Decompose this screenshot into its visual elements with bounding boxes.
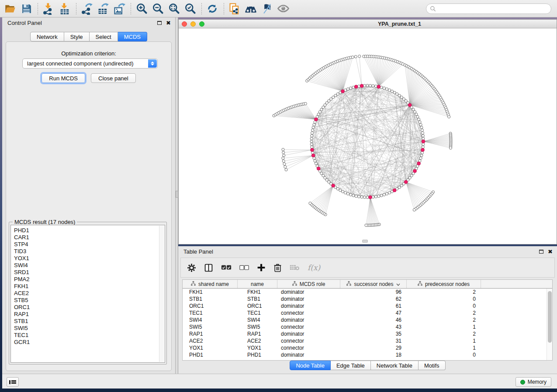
close-panel-icon[interactable]: ✖: [548, 249, 553, 254]
list-item[interactable]: STB1: [14, 318, 165, 325]
close-panel-button[interactable]: Close panel: [91, 73, 136, 83]
list-item[interactable]: RAP1: [14, 311, 165, 318]
table-row[interactable]: SWI4SWI4dominator462: [183, 316, 552, 323]
apply-layout-button[interactable]: [206, 2, 219, 15]
table-row[interactable]: ACE2ACE2connector311: [183, 337, 552, 344]
result-list-scrollbar[interactable]: [159, 226, 164, 362]
hide-details-button[interactable]: [260, 2, 273, 15]
list-item[interactable]: STP4: [14, 241, 165, 248]
list-item[interactable]: SWI4: [14, 262, 165, 269]
desktop: { "toolbar": { "icons": ["open-file","sa…: [0, 0, 557, 392]
list-item[interactable]: SWI5: [14, 325, 165, 332]
column-label: shared name: [198, 281, 229, 287]
network-window-titlebar[interactable]: YPA_prune.txt_1: [179, 20, 557, 28]
table-row[interactable]: SWI5SWI5connector431: [183, 323, 552, 330]
cell-predecessor-nodes: 1: [407, 344, 481, 351]
delete-column-button[interactable]: [273, 263, 282, 272]
list-item[interactable]: TEC1: [14, 332, 165, 339]
table-scrollbar-thumb[interactable]: [548, 291, 552, 343]
delete-table-button-disabled: [290, 264, 300, 271]
network-window-title: YPA_prune.txt_1: [378, 21, 421, 27]
table-settings-button[interactable]: [187, 263, 196, 272]
console-icon: [9, 380, 18, 384]
deselect-all-button[interactable]: [239, 265, 249, 271]
save-session-button[interactable]: [20, 2, 33, 15]
cell-name: SWI4: [238, 316, 277, 323]
network-from-selection-button[interactable]: [228, 2, 241, 15]
memory-button[interactable]: Memory: [515, 377, 551, 387]
tab-edge-table[interactable]: Edge Table: [331, 361, 371, 370]
cell-successor-nodes: 43: [340, 323, 407, 330]
table-header: shared namenameMCDS rolesuccessor nodesp…: [183, 280, 552, 289]
table-row[interactable]: YOX1YOX1connector291: [183, 344, 552, 351]
network-scroll-grip[interactable]: [362, 240, 368, 243]
tab-network[interactable]: Network: [30, 32, 64, 41]
list-item[interactable]: CAR1: [14, 234, 165, 241]
close-panel-icon[interactable]: ✖: [166, 20, 171, 26]
show-details-button[interactable]: [277, 2, 290, 15]
memory-label: Memory: [528, 379, 547, 385]
table-scrollbar[interactable]: [547, 289, 552, 360]
list-item[interactable]: STB5: [14, 297, 165, 304]
column-header-MCDS-role[interactable]: MCDS role: [277, 280, 340, 288]
zoom-out-button[interactable]: [151, 2, 164, 15]
control-panel: Control Panel ✖ NetworkStyleSelectMCDS O…: [2, 17, 176, 374]
tab-mcds[interactable]: MCDS: [118, 32, 147, 41]
run-mcds-button[interactable]: Run MCDS: [42, 73, 85, 83]
import-table-button[interactable]: [58, 2, 71, 15]
table-row[interactable]: STB1STB1dominator620: [183, 296, 552, 303]
list-item[interactable]: ACE2: [14, 290, 165, 297]
float-panel-icon[interactable]: [157, 21, 162, 25]
table-row[interactable]: ORC1ORC1dominator610: [183, 303, 552, 309]
zoom-in-button[interactable]: [135, 2, 148, 15]
cell-successor-nodes: 18: [340, 351, 407, 358]
close-window-icon[interactable]: [182, 21, 187, 27]
table-row[interactable]: FKH1FKH1dominator962: [183, 289, 552, 296]
maximize-window-icon[interactable]: [199, 21, 204, 27]
tab-select[interactable]: Select: [90, 32, 118, 41]
minimize-window-icon[interactable]: [190, 21, 196, 27]
select-all-button[interactable]: [221, 265, 232, 271]
zoom-selected-button[interactable]: [183, 2, 197, 15]
list-item[interactable]: SRD1: [14, 269, 165, 276]
zoom-fit-button[interactable]: [167, 2, 180, 15]
tab-motifs[interactable]: Motifs: [419, 361, 446, 370]
open-file-button[interactable]: [3, 2, 17, 15]
list-item[interactable]: FKH1: [14, 283, 165, 290]
table-row[interactable]: RAP1RAP1dominator352: [183, 330, 552, 337]
add-column-button[interactable]: [257, 263, 266, 272]
list-item[interactable]: GCR1: [14, 339, 165, 346]
show-columns-button[interactable]: [204, 263, 213, 272]
list-item[interactable]: ORC1: [14, 304, 165, 311]
search-input[interactable]: [426, 3, 551, 14]
network-canvas[interactable]: [179, 28, 557, 244]
export-table-button[interactable]: [97, 2, 110, 15]
cell-predecessor-nodes: 0: [407, 351, 481, 358]
list-item[interactable]: YOX1: [14, 255, 165, 262]
tab-node-table[interactable]: Node Table: [290, 361, 331, 370]
export-network-button[interactable]: [80, 2, 93, 15]
table-row[interactable]: TEC1TEC1connector472: [183, 309, 552, 316]
table-row[interactable]: PHD1PHD1dominator180: [183, 351, 552, 358]
mcds-result-list[interactable]: PHD1CAR1STP4TID3YOX1SWI4SRD1PMA2FKH1ACE2…: [10, 225, 165, 363]
column-header-predecessor-nodes[interactable]: predecessor nodes: [407, 280, 481, 288]
criterion-select[interactable]: largest connected component (undirected): [22, 58, 158, 69]
network-view[interactable]: [179, 28, 557, 244]
float-panel-icon[interactable]: [539, 250, 543, 254]
cell-predecessor-nodes: 1: [407, 337, 481, 344]
import-network-button[interactable]: [42, 2, 55, 15]
column-header-shared-name[interactable]: shared name: [183, 280, 238, 288]
tab-network-table[interactable]: Network Table: [371, 361, 419, 370]
column-header-name[interactable]: name: [238, 280, 277, 288]
tab-style[interactable]: Style: [64, 32, 90, 41]
find-button[interactable]: [244, 2, 257, 15]
node-table: shared namenameMCDS rolesuccessor nodesp…: [182, 279, 553, 361]
list-item[interactable]: PHD1: [14, 227, 165, 234]
list-item[interactable]: PMA2: [14, 276, 165, 283]
export-image-button[interactable]: [113, 2, 126, 15]
cell-MCDS-role: dominator: [277, 289, 340, 296]
column-header-successor-nodes[interactable]: successor nodes: [340, 280, 407, 288]
import-network-icon: [42, 3, 55, 15]
console-button[interactable]: [7, 377, 19, 387]
list-item[interactable]: TID3: [14, 248, 165, 255]
